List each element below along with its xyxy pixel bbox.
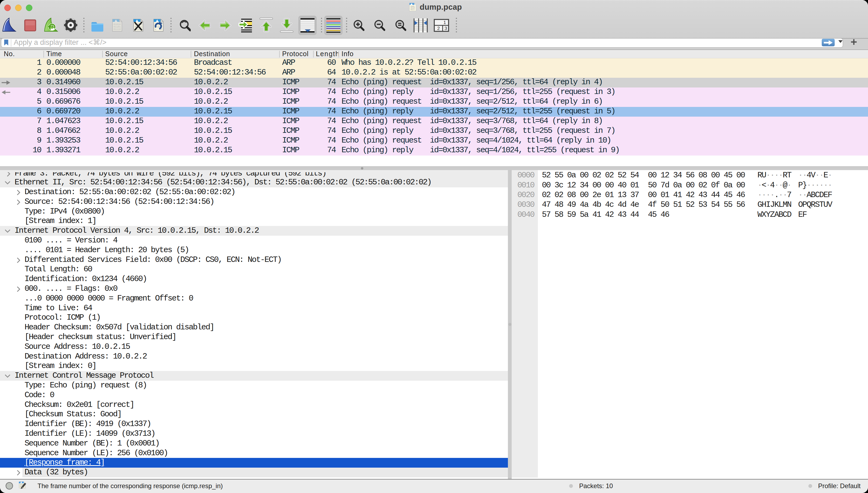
svg-text:0111: 0111: [411, 9, 415, 11]
svg-text:01110: 01110: [114, 28, 121, 31]
svg-text:1: 1: [443, 20, 446, 25]
svg-text:2: 2: [437, 26, 440, 31]
svg-text:3: 3: [444, 26, 447, 31]
